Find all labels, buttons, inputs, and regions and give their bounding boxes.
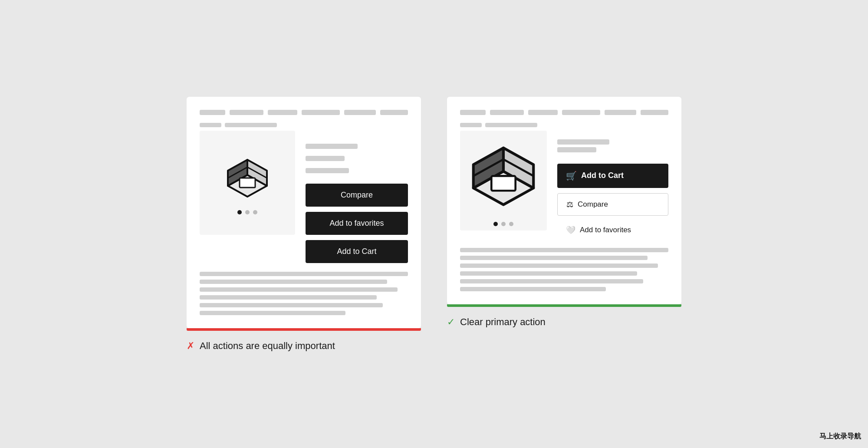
skel (306, 156, 345, 161)
skel (268, 110, 297, 115)
skel (460, 287, 606, 291)
bad-header-row (200, 123, 408, 127)
good-actions: 🛒 Add to Cart ⚖ Compare 🤍 Add to favorit… (557, 131, 668, 239)
skel (460, 110, 486, 115)
skel (557, 147, 596, 152)
skel (460, 248, 668, 252)
good-product-area: 🛒 Add to Cart ⚖ Compare 🤍 Add to favorit… (460, 131, 668, 239)
compare-button[interactable]: Compare (306, 184, 408, 207)
box-icon (219, 151, 276, 203)
skel (306, 144, 358, 149)
good-bottom-bar (447, 304, 681, 307)
bad-product-image (200, 131, 295, 235)
skel (225, 123, 277, 127)
dot-3 (253, 210, 257, 214)
add-to-cart-label: Add to Cart (581, 171, 624, 180)
skel (200, 123, 221, 127)
skel (200, 280, 387, 284)
dot-1 (493, 222, 498, 226)
bad-example-wrapper: Compare Add to favorites Add to Cart ✗ A… (187, 97, 421, 352)
skel (460, 279, 643, 283)
skel (200, 303, 383, 307)
skel (344, 110, 376, 115)
skel (200, 272, 408, 276)
svg-rect-13 (491, 176, 515, 191)
bad-actions: Compare Add to favorites Add to Cart (306, 131, 408, 263)
good-product-image (460, 131, 547, 231)
skel (460, 271, 637, 276)
good-dots (493, 222, 513, 226)
skel (460, 123, 482, 127)
skel (200, 287, 398, 292)
skel (200, 295, 377, 300)
skel (485, 123, 537, 127)
good-caption-icon: ✓ (447, 316, 455, 328)
compare-icon: ⚖ (566, 200, 573, 209)
skel (605, 110, 636, 115)
bad-caption: ✗ All actions are equally important (187, 340, 335, 352)
cart-icon: 🛒 (566, 171, 577, 181)
skel (528, 110, 558, 115)
dot-1 (237, 210, 242, 214)
good-header-row (460, 123, 668, 127)
bad-dots (237, 210, 257, 214)
bad-content-skeletons (200, 272, 408, 315)
good-example-card: 🛒 Add to Cart ⚖ Compare 🤍 Add to favorit… (447, 97, 681, 304)
good-example-wrapper: 🛒 Add to Cart ⚖ Compare 🤍 Add to favorit… (447, 97, 681, 328)
page-container: Compare Add to favorites Add to Cart ✗ A… (35, 97, 833, 352)
bad-caption-icon: ✗ (187, 340, 194, 352)
skel (230, 110, 263, 115)
skel (460, 264, 658, 268)
skel (302, 110, 340, 115)
bad-nav-skeleton (200, 110, 408, 115)
add-to-cart-button[interactable]: Add to Cart (306, 240, 408, 263)
skel (460, 256, 648, 260)
heart-icon: 🤍 (566, 225, 575, 235)
bad-bottom-bar (187, 328, 421, 331)
dot-2 (245, 210, 250, 214)
good-caption-text: Clear primary action (460, 316, 546, 328)
svg-rect-6 (240, 178, 255, 188)
skel (557, 139, 609, 145)
add-to-favorites-button[interactable]: Add to favorites (306, 212, 408, 235)
favorites-label: Add to favorites (580, 226, 631, 234)
good-caption: ✓ Clear primary action (447, 316, 546, 328)
compare-label: Compare (578, 200, 608, 209)
skel (490, 110, 524, 115)
dot-3 (509, 222, 513, 226)
bad-example-card: Compare Add to favorites Add to Cart (187, 97, 421, 328)
watermark: 马上收录导航 (819, 432, 861, 441)
good-info-skeletons (557, 139, 668, 152)
bad-caption-text: All actions are equally important (200, 340, 335, 352)
good-content-skeletons (460, 248, 668, 291)
box-icon (460, 135, 547, 215)
bad-product-area: Compare Add to favorites Add to Cart (200, 131, 408, 263)
add-to-cart-primary-button[interactable]: 🛒 Add to Cart (557, 164, 668, 188)
skel (200, 110, 225, 115)
skel (641, 110, 668, 115)
skel (200, 311, 345, 315)
add-to-favorites-ghost-button[interactable]: 🤍 Add to favorites (557, 221, 668, 239)
good-nav-skeleton (460, 110, 668, 115)
compare-secondary-button[interactable]: ⚖ Compare (557, 193, 668, 216)
skel (306, 168, 349, 173)
skel (380, 110, 408, 115)
skel (562, 110, 600, 115)
dot-2 (501, 222, 506, 226)
